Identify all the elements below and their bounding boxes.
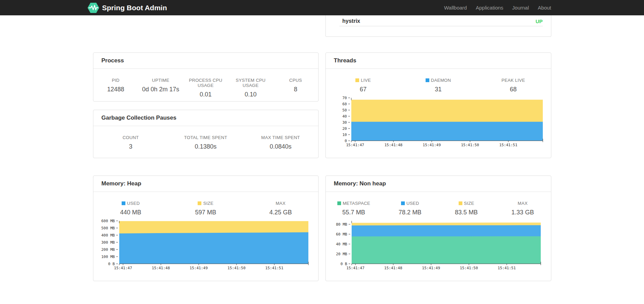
stat-value: 67 [326, 86, 401, 93]
stat-label: USED [382, 201, 438, 206]
nav-link[interactable]: About [533, 5, 551, 11]
svg-text:0 B: 0 B [108, 262, 115, 266]
memory-nonheap-panel: Memory: Non heap METASPACE 55.7 MB [325, 176, 551, 281]
svg-text:10: 10 [342, 133, 347, 137]
memory-heap-chart: 0 B100 MB200 MB300 MB400 MB500 MB600 MB1… [98, 218, 311, 273]
legend-swatch-icon [122, 201, 125, 205]
process-stat: UPTIME 0d 0h 2m 17s [138, 78, 183, 98]
threads-panel: Threads LIVE 67 [325, 52, 551, 158]
gc-stat: MAX TIME SPENT 0.0840s [243, 135, 318, 150]
threads-panel-title: Threads [326, 53, 551, 69]
svg-text:15:41:51: 15:41:51 [499, 143, 517, 147]
stat-value: 31 [401, 86, 476, 93]
process-stat: PROCESS CPU USAGE 0.01 [183, 78, 228, 98]
stat-label: DAEMON [401, 78, 476, 83]
stat-value: 1.33 GB [494, 209, 551, 216]
stat-label: PEAK LIVE [476, 78, 551, 83]
svg-text:400 MB: 400 MB [101, 233, 115, 238]
svg-text:70: 70 [342, 96, 347, 100]
stat-label: LIVE [326, 78, 401, 83]
nav-link[interactable]: Wallboard [440, 5, 471, 11]
threads-stat: PEAK LIVE 68 [476, 78, 551, 93]
nonheap-stat: SIZE 83.5 MB [438, 201, 494, 216]
nonheap-stat: METASPACE 55.7 MB [326, 201, 382, 216]
stat-value: 440 MB [93, 209, 168, 216]
stat-value: 4.25 GB [243, 209, 318, 216]
gc-stat: TOTAL TIME SPENT 0.1380s [168, 135, 243, 150]
application-status-badge: UP [536, 18, 543, 24]
stat-label: MAX [494, 201, 551, 206]
stat-value: 8 [273, 86, 318, 93]
svg-text:300 MB: 300 MB [101, 240, 115, 245]
svg-text:15:41:47: 15:41:47 [114, 266, 132, 270]
svg-text:30: 30 [342, 120, 347, 125]
stat-label: METASPACE [326, 201, 382, 206]
stat-label: MAX [243, 201, 318, 206]
svg-text:500 MB: 500 MB [101, 226, 115, 230]
nonheap-stat: MAX 1.33 GB [494, 201, 551, 216]
stat-value: 68 [476, 86, 551, 93]
process-stat: CPUS 8 [273, 78, 318, 98]
legend-swatch-icon [355, 78, 359, 82]
svg-text:15:41:51: 15:41:51 [265, 266, 283, 270]
nav-link[interactable]: Applications [471, 5, 508, 11]
svg-text:15:41:47: 15:41:47 [346, 143, 364, 147]
stat-label: SYSTEM CPU USAGE [228, 78, 273, 88]
navbar: Spring Boot Admin Wallboard Applications… [0, 0, 644, 15]
svg-text:0: 0 [344, 139, 347, 143]
stat-value: 0.01 [183, 91, 228, 98]
stat-label: SIZE [438, 201, 494, 206]
svg-text:15:41:47: 15:41:47 [346, 266, 364, 270]
svg-text:20: 20 [342, 126, 347, 131]
process-stat: PID 12488 [93, 78, 138, 98]
nav-link[interactable]: Journal [508, 5, 533, 11]
legend-swatch-icon [426, 78, 429, 82]
brand[interactable]: Spring Boot Admin [88, 3, 167, 13]
nav-links: Wallboard Applications Journal About [440, 5, 551, 11]
svg-text:15:41:50: 15:41:50 [460, 266, 478, 270]
threads-chart: 01020304050607015:41:4715:41:4815:41:491… [336, 95, 546, 150]
svg-text:40: 40 [342, 114, 347, 119]
svg-text:15:41:49: 15:41:49 [189, 266, 208, 270]
svg-text:15:41:50: 15:41:50 [227, 266, 245, 270]
svg-text:15:41:50: 15:41:50 [461, 143, 479, 147]
threads-stat: DAEMON 31 [401, 78, 476, 93]
svg-text:50: 50 [342, 108, 347, 112]
stat-value: 0.10 [228, 91, 273, 98]
stat-label: TOTAL TIME SPENT [168, 135, 243, 140]
stat-label: SIZE [168, 201, 243, 206]
stat-label: PROCESS CPU USAGE [183, 78, 228, 88]
threads-stat: LIVE 67 [326, 78, 401, 93]
svg-text:15:41:48: 15:41:48 [152, 266, 170, 270]
process-panel-title: Process [93, 53, 318, 69]
brand-title: Spring Boot Admin [102, 4, 167, 12]
stat-value: 0.1380s [168, 143, 243, 150]
stat-value: 597 MB [168, 209, 243, 216]
svg-text:15:41:51: 15:41:51 [497, 266, 516, 270]
applications-panel: hystrix UP [325, 15, 551, 37]
nonheap-stat: USED 78.2 MB [382, 201, 438, 216]
svg-text:60 MB: 60 MB [336, 232, 347, 237]
svg-text:15:41:49: 15:41:49 [422, 266, 440, 270]
stat-value: 12488 [93, 86, 138, 93]
spring-boot-admin-logo-icon [88, 3, 99, 13]
svg-text:15:41:48: 15:41:48 [384, 266, 402, 270]
stat-value: 83.5 MB [438, 209, 494, 216]
gc-stat: COUNT 3 [93, 135, 168, 150]
svg-text:60: 60 [342, 102, 347, 106]
stat-label: UPTIME [138, 78, 183, 83]
legend-swatch-icon [337, 201, 341, 205]
svg-text:20 MB: 20 MB [336, 252, 347, 256]
stat-value: 55.7 MB [326, 209, 382, 216]
application-name: hystrix [342, 18, 536, 24]
svg-text:200 MB: 200 MB [101, 247, 115, 252]
gc-panel: Garbage Collection Pauses COUNT 3 [93, 110, 319, 158]
process-panel: Process PID 12488 [93, 52, 319, 102]
stat-label: COUNT [93, 135, 168, 140]
memory-nonheap-chart: 0 B20 MB40 MB60 MB80 MB15:41:4715:41:481… [331, 218, 543, 273]
row-divider [339, 26, 543, 26]
svg-text:80 MB: 80 MB [336, 222, 347, 227]
application-row[interactable]: hystrix UP [326, 15, 551, 26]
heap-panel-title: Memory: Heap [93, 176, 318, 192]
svg-text:0 B: 0 B [340, 262, 347, 266]
